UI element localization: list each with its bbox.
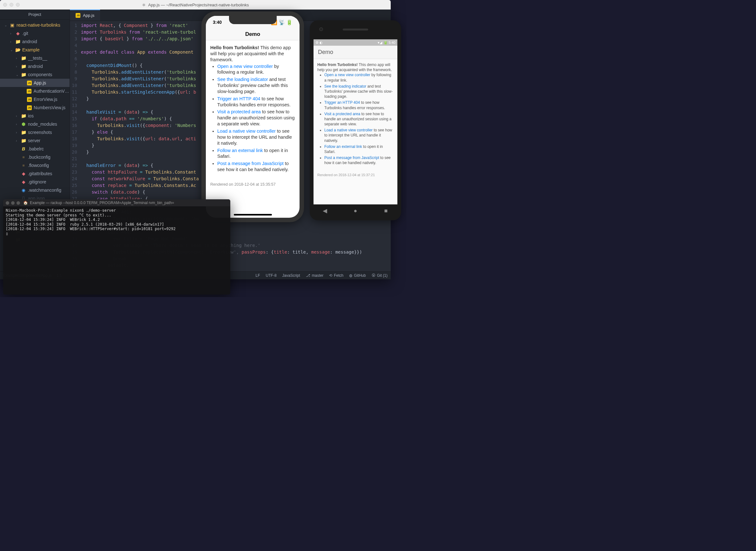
tree-label: .buckconfig — [28, 154, 50, 160]
ios-rendered: Rendered on 2018-12-04 at 15:35:57 — [206, 178, 299, 190]
config-icon: ⦂⦂ — [21, 163, 26, 168]
tree-item-example[interactable]: ⌄📂Example — [0, 46, 69, 54]
tree-label: .flowconfig — [28, 163, 49, 168]
android-headline: Hello from Turbolinks! — [317, 62, 358, 67]
tree-item-authenticationview[interactable]: JSAuthenticationView — [0, 87, 69, 95]
chevron-down-icon: ⌄ — [4, 23, 8, 27]
project-icon: ▣ — [10, 23, 15, 28]
tree-label: .babelrc — [28, 146, 44, 151]
tree-item-watchmanconfig[interactable]: ◉.watchmanconfig — [0, 186, 69, 194]
ios-link[interactable]: Load a native view controller — [217, 128, 276, 134]
window-title-text: App.js — ~/ReactNativeProjects/react-nat… — [148, 3, 249, 7]
android-list-item: Load a native view controller to see how… — [324, 128, 394, 143]
folder-icon: 📁 — [21, 72, 26, 77]
ios-link[interactable]: Post a message from JavaScript — [217, 161, 284, 166]
tree-item-nodemodules[interactable]: ›⬢node_modules — [0, 120, 69, 128]
android-link[interactable]: Follow an external link — [324, 144, 362, 149]
android-list-item: Trigger an HTTP 404 to see how Turbolink… — [324, 100, 394, 110]
android-home-button[interactable]: ● — [352, 208, 358, 213]
tree-item-android[interactable]: ›📁android — [0, 62, 69, 70]
android-list-item: Post a message from JavaScript to see ho… — [324, 155, 394, 165]
status-lang[interactable]: JavaScript — [282, 273, 300, 278]
android-link[interactable]: Post a message from JavaScript — [324, 155, 379, 160]
android-link[interactable]: Load a native view controller — [324, 128, 372, 132]
tree-label: ios — [28, 113, 34, 118]
ios-screen[interactable]: 3:40 📶 📡 🔋 Demo Hello from Turbolinks! T… — [206, 16, 299, 218]
maximize-icon[interactable] — [16, 3, 20, 7]
tree-item-babelrc[interactable]: B.babelrc — [0, 145, 69, 153]
chevron-icon: › — [16, 139, 19, 142]
status-lf[interactable]: LF — [256, 273, 260, 278]
tree-item-ios[interactable]: ›📁ios — [0, 112, 69, 120]
android-link[interactable]: Open a new view controller — [324, 73, 370, 77]
tree-item-android[interactable]: ›📁android — [0, 37, 69, 46]
minimize-icon[interactable] — [10, 3, 13, 7]
android-link[interactable]: See the loading indicator — [324, 84, 366, 89]
tree-item-flowconfig[interactable]: ⦂⦂.flowconfig — [0, 161, 69, 169]
tree-label: android — [22, 39, 37, 44]
status-github[interactable]: ◍GitHub — [349, 273, 365, 278]
tree-item-screenshots[interactable]: ›📁screenshots — [0, 128, 69, 136]
js-icon: JS — [75, 13, 80, 18]
tree-label: ErrorView.js — [34, 97, 57, 102]
tree-root[interactable]: ⌄ ▣ react-native-turbolinks — [0, 21, 69, 29]
config-icon: ⦂⦂ — [21, 154, 26, 160]
term-close-icon[interactable] — [6, 201, 9, 205]
status-fetch[interactable]: ⟲Fetch — [329, 273, 343, 278]
window-title: ⚛ App.js — ~/ReactNativeProjects/react-n… — [142, 3, 249, 7]
home-indicator[interactable] — [234, 214, 272, 215]
ios-list-item: See the loading indicator and test Turbo… — [217, 76, 295, 95]
tree-item-errorviewjs[interactable]: JSErrorView.js — [0, 95, 69, 103]
tree-item-components[interactable]: ⌄📁components — [0, 70, 69, 79]
tab-appjs[interactable]: JS App.js — [70, 10, 100, 21]
ios-list-item: Post a message from JavaScript to see ho… — [217, 161, 295, 173]
ios-link[interactable]: Open a new view controller — [217, 64, 273, 69]
status-git[interactable]: ⦿Git (1) — [371, 273, 388, 278]
android-link[interactable]: Visit a protected area — [324, 112, 360, 116]
tree-item-gitignore[interactable]: ◆.gitignore — [0, 178, 69, 186]
tree-item-appjs[interactable]: JSApp.js — [0, 79, 69, 87]
ios-content: Hello from Turbolinks! This demo app wil… — [206, 40, 299, 178]
tree-label: .gitattributes — [28, 171, 52, 176]
tree-item-server[interactable]: ›📁server — [0, 136, 69, 145]
term-maximize-icon[interactable] — [16, 201, 20, 205]
chevron-icon: › — [10, 32, 13, 35]
tree-item-tests[interactable]: ›📁__tests__ — [0, 54, 69, 62]
close-icon[interactable] — [3, 3, 7, 7]
babel-icon: B — [21, 146, 26, 151]
traffic-lights — [3, 3, 20, 7]
tree-label: components — [28, 72, 52, 77]
status-encoding[interactable]: UTF-8 — [266, 273, 277, 278]
status-branch[interactable]: ⎇master — [306, 273, 324, 278]
chevron-icon: › — [10, 40, 13, 43]
battery-icon: 🔋 — [286, 19, 292, 25]
ios-link[interactable]: Follow an external link — [217, 148, 263, 153]
ios-link-list: Open a new view controller by following … — [210, 63, 295, 173]
tree-item-gitattributes[interactable]: ◆.gitattributes — [0, 169, 69, 178]
atom-icon: ⚛ — [142, 3, 147, 7]
ios-link[interactable]: See the loading indicator — [217, 77, 268, 82]
tree-label: .gitignore — [28, 179, 46, 184]
terminal-body[interactable]: Nixon-Macbook-Pro-2:Example nixon$ ./dem… — [3, 206, 230, 238]
tree-item-buckconfig[interactable]: ⦂⦂.buckconfig — [0, 153, 69, 161]
folder-icon: 📁 — [21, 113, 26, 118]
android-back-button[interactable]: ◀ — [322, 208, 328, 213]
tree-label: screenshots — [28, 130, 52, 135]
android-screen[interactable]: ⚙ ◐ ▾◢ 🔋 5:40 Demo Hello from Turbolinks… — [313, 39, 398, 204]
tree-item-git[interactable]: ›◆.git — [0, 29, 69, 37]
ios-link[interactable]: Trigger an HTTP 404 — [217, 96, 260, 101]
android-link[interactable]: Trigger an HTTP 404 — [324, 100, 360, 105]
branch-icon: ⎇ — [306, 273, 310, 278]
wifi-icon: 📡 — [279, 19, 285, 25]
ios-list-item: Trigger an HTTP 404 to see how Turbolink… — [217, 96, 295, 108]
ios-link[interactable]: Visit a protected area — [217, 109, 261, 114]
android-device: ⚙ ◐ ▾◢ 🔋 5:40 Demo Hello from Turbolinks… — [310, 20, 401, 220]
android-recent-button[interactable]: ■ — [383, 208, 389, 213]
tree-item-numbersviewjs[interactable]: JSNumbersView.js — [0, 103, 69, 112]
term-minimize-icon[interactable] — [11, 201, 15, 205]
ios-simulator: 3:40 📶 📡 🔋 Demo Hello from Turbolinks! T… — [201, 11, 304, 222]
terminal-window[interactable]: 🏠 Example — rackup --host 0.0.0.0 TERM_P… — [3, 199, 230, 295]
terminal-title-bar: 🏠 Example — rackup --host 0.0.0.0 TERM_P… — [3, 199, 230, 206]
folder-icon: 🏠 — [23, 200, 28, 205]
folder-icon: 📁 — [21, 64, 26, 69]
